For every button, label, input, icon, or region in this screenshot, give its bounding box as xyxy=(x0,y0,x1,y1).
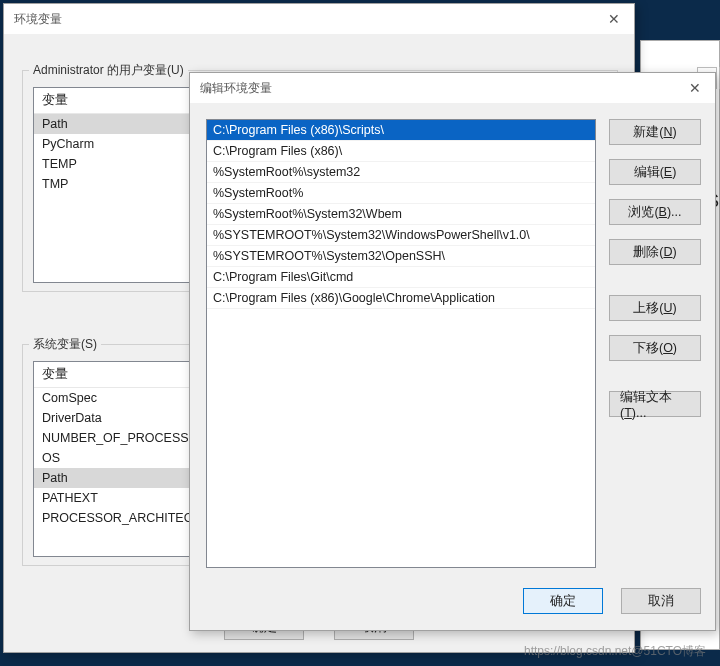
browse-button[interactable]: 浏览(B)... xyxy=(609,199,701,225)
path-entry-row[interactable]: %SYSTEMROOT%\System32\OpenSSH\ xyxy=(207,246,595,267)
edit-environment-variable-window: 编辑环境变量 ✕ C:\Program Files (x86)\Scripts\… xyxy=(189,72,716,631)
move-up-button-label: 上移(U) xyxy=(633,300,676,317)
close-icon[interactable]: ✕ xyxy=(594,4,634,34)
path-entry-row[interactable]: C:\Program Files (x86)\Google\Chrome\App… xyxy=(207,288,595,309)
edit-text-button[interactable]: 编辑文本(T)... xyxy=(609,391,701,417)
edit-ok-button[interactable]: 确定 xyxy=(523,588,603,614)
system-variables-legend: 系统变量(S) xyxy=(29,336,101,353)
env-titlebar: 环境变量 ✕ xyxy=(4,4,634,34)
browse-button-label: 浏览(B)... xyxy=(628,204,681,221)
path-entry-row[interactable]: %SystemRoot% xyxy=(207,183,595,204)
edit-window-button-row: 确定 取消 xyxy=(523,588,701,614)
env-window-title: 环境变量 xyxy=(14,4,62,34)
new-button-label: 新建(N) xyxy=(633,124,676,141)
delete-button-label: 删除(D) xyxy=(633,244,676,261)
path-entry-row[interactable]: %SYSTEMROOT%\System32\WindowsPowerShell\… xyxy=(207,225,595,246)
user-variables-legend: Administrator 的用户变量(U) xyxy=(29,62,188,79)
close-icon[interactable]: ✕ xyxy=(675,73,715,103)
path-entries-list[interactable]: C:\Program Files (x86)\Scripts\C:\Progra… xyxy=(206,119,596,568)
edit-text-button-label: 编辑文本(T)... xyxy=(620,389,690,420)
side-button-column: 新建(N) 编辑(E) 浏览(B)... 删除(D) 上移(U) 下移(O) 编… xyxy=(609,119,701,417)
edit-cancel-button[interactable]: 取消 xyxy=(621,588,701,614)
move-down-button-label: 下移(O) xyxy=(633,340,677,357)
edit-window-title: 编辑环境变量 xyxy=(200,73,272,103)
edit-button[interactable]: 编辑(E) xyxy=(609,159,701,185)
move-down-button[interactable]: 下移(O) xyxy=(609,335,701,361)
path-entry-row[interactable]: C:\Program Files (x86)\Scripts\ xyxy=(207,120,595,141)
path-entry-row[interactable]: C:\Program Files\Git\cmd xyxy=(207,267,595,288)
path-entry-row[interactable]: %SystemRoot%\system32 xyxy=(207,162,595,183)
edit-button-label: 编辑(E) xyxy=(634,164,677,181)
new-button[interactable]: 新建(N) xyxy=(609,119,701,145)
delete-button[interactable]: 删除(D) xyxy=(609,239,701,265)
path-entry-row[interactable]: %SystemRoot%\System32\Wbem xyxy=(207,204,595,225)
path-entry-row[interactable]: C:\Program Files (x86)\ xyxy=(207,141,595,162)
edit-titlebar: 编辑环境变量 ✕ xyxy=(190,73,715,103)
move-up-button[interactable]: 上移(U) xyxy=(609,295,701,321)
